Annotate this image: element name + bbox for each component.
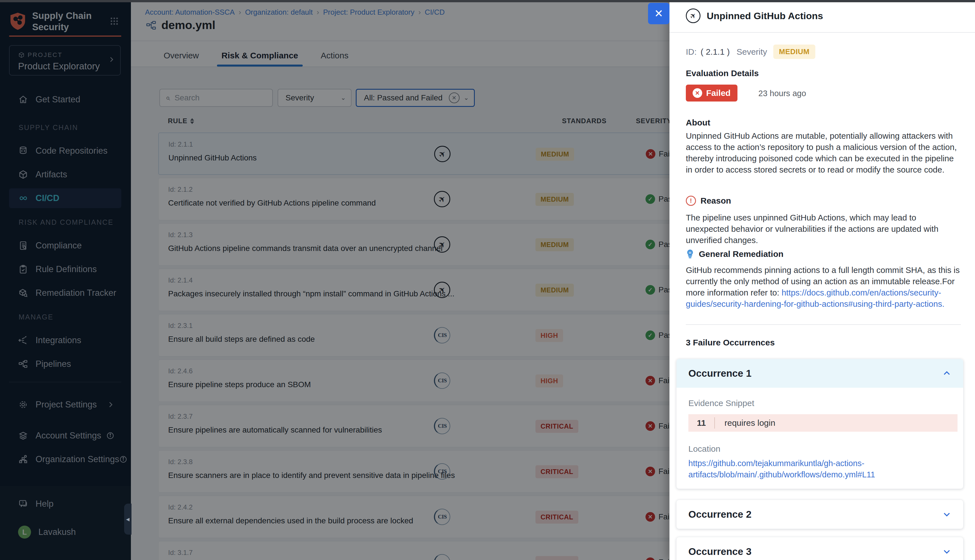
search-input[interactable]: ⌕ Search [159, 89, 273, 107]
severity-badge: HIGH [536, 375, 563, 387]
clipboard-icon [18, 264, 28, 274]
brand: Supply Chain Security [9, 10, 97, 32]
drawer-header: ✈ Unpinned GitHub Actions [686, 8, 823, 23]
sidebar-item-pipelines[interactable]: Pipelines [9, 354, 121, 374]
module-accent-line [9, 35, 121, 37]
breadcrumb: Account: Automation-SSCA › Organization:… [145, 8, 445, 17]
brand-title: Supply Chain Security [32, 10, 97, 32]
chevron-right-icon [107, 401, 115, 408]
sidebar-item-organization-settings[interactable]: Organization Settings [9, 450, 121, 469]
sidebar-item-label: Integrations [35, 335, 81, 345]
sidebar-collapse-handle[interactable]: ◀ [124, 503, 132, 535]
rule-detail-drawer: ✈ Unpinned GitHub Actions ID: ( 2.1.1 ) … [669, 0, 975, 560]
rule-id: Id: 2.4.6 [168, 367, 193, 375]
severity-badge: CRITICAL [536, 420, 578, 433]
occurrence-card-occurrence-3: Occurrence 3 [676, 537, 963, 560]
tab-overview[interactable]: Overview [162, 45, 200, 67]
standards-cell: ✈ [434, 236, 450, 253]
rule-name: GitHub Actions pipeline commands transmi… [168, 244, 442, 253]
sidebar-item-get-started[interactable]: Get Started [9, 90, 121, 109]
severity-badge: MEDIUM [536, 238, 574, 251]
location-label: Location [688, 444, 951, 454]
cis-standard-icon: CIS [434, 372, 450, 389]
occurrence-body: Evidence Snippet11requires loginLocation… [676, 388, 963, 489]
breadcrumb-separator: › [418, 8, 421, 17]
occurrence-title: Occurrence 2 [688, 509, 751, 520]
chat-help-icon: ? [18, 499, 28, 509]
sidebar-item-label: Get Started [35, 95, 80, 105]
chevron-down-icon [942, 510, 951, 519]
failed-icon: ✕ [646, 557, 655, 560]
sidebar-item-compliance[interactable]: Compliance [9, 236, 121, 255]
sidebar-item-project-settings[interactable]: Project Settings [9, 395, 121, 415]
tab-actions[interactable]: Actions [320, 45, 349, 67]
status-filter-dropdown[interactable]: All: Passed and Failed ✕ ⌄ [356, 89, 475, 107]
severity-filter-dropdown[interactable]: Severity ⌄ [277, 89, 352, 107]
evaluation-time: 23 hours ago [758, 89, 806, 98]
sidebar-item-code-repositories[interactable]: Code Repositories [9, 141, 121, 161]
gear-icon [18, 400, 28, 410]
occurrence-toggle[interactable]: Occurrence 2 [676, 500, 963, 529]
severity-badge: CRITICAL [536, 465, 578, 478]
integrations-icon [18, 335, 28, 345]
severity-badge: CRITICAL [536, 556, 578, 560]
sidebar-item-account-settings[interactable]: Account Settings [9, 426, 121, 445]
project-selector[interactable]: PROJECT Product Exploratory [9, 45, 121, 75]
project-name: Product Exploratory [18, 61, 100, 72]
occurrence-card-occurrence-1: Occurrence 1Evidence Snippet11requires l… [676, 359, 963, 489]
failed-icon: ✕ [646, 512, 655, 522]
sidebar-item-artifacts[interactable]: Artifacts [9, 165, 121, 184]
standards-cell: CIS [434, 463, 450, 480]
cube-icon [18, 52, 25, 58]
sidebar-item-label: Account Settings [35, 430, 101, 441]
rule-id: Id: 2.4.2 [168, 503, 193, 511]
remediation-heading: General Remediation [686, 249, 783, 259]
project-label: PROJECT [18, 51, 63, 58]
search-icon: ⌕ [165, 93, 170, 103]
failed-x-icon: ✕ [693, 88, 702, 98]
breadcrumb-cicd[interactable]: CI/CD [425, 8, 445, 17]
drawer-close-button[interactable]: ✕ [648, 3, 669, 24]
clear-filter-icon[interactable]: ✕ [449, 92, 459, 103]
passed-icon: ✓ [646, 194, 655, 204]
app-screen: Supply Chain Security PROJECT Product Ex… [0, 0, 975, 560]
page-title-text: demo.yml [161, 18, 215, 32]
standards-cell: CIS [434, 372, 450, 389]
sidebar-section-label: MANAGE [18, 313, 53, 321]
rule-id: Id: 2.1.2 [168, 185, 193, 193]
page-title: demo.yml [145, 18, 215, 32]
tab-risk-compliance[interactable]: Risk & Compliance [220, 45, 299, 67]
repo-icon [18, 146, 28, 156]
standards-cell: CIS [434, 509, 450, 525]
chevron-down-icon [942, 547, 951, 556]
sidebar-item-help[interactable]: ? Help [9, 494, 121, 514]
user-menu[interactable]: L Lavakush [9, 522, 121, 542]
severity-badge: MEDIUM [536, 193, 574, 206]
sidebar-item-label: Rule Definitions [35, 264, 97, 274]
cis-standard-icon: CIS [434, 509, 450, 525]
evidence-label: Evidence Snippet [688, 398, 951, 408]
sidebar-item-label: Code Repositories [35, 146, 107, 156]
location-link[interactable]: https://github.com/tejakummarikuntla/gh-… [688, 458, 892, 480]
sidebar-item-integrations[interactable]: Integrations [9, 330, 121, 350]
sidebar-item-rule-definitions[interactable]: Rule Definitions [9, 259, 121, 279]
org-icon [18, 454, 28, 464]
breadcrumb-account[interactable]: Account: Automation-SSCA [145, 8, 235, 17]
info-icon [106, 432, 115, 440]
sidebar-item-remediation-tracker[interactable]: Remediation Tracker [9, 283, 121, 303]
reason-text: The pipeline uses unpinned GitHub Action… [686, 212, 961, 246]
sidebar-item-label: Remediation Tracker [35, 288, 116, 298]
column-rule[interactable]: RULE [168, 117, 194, 125]
evaluation-heading: Evaluation Details [686, 68, 759, 78]
rule-name: Ensure pipelines are automatically scann… [168, 425, 382, 435]
occurrence-toggle[interactable]: Occurrence 3 [676, 537, 963, 560]
standards-cell: CIS [434, 554, 450, 560]
dots-grid-icon[interactable] [109, 17, 119, 26]
breadcrumb-project[interactable]: Project: Product Exploratory [323, 8, 414, 17]
occurrence-toggle[interactable]: Occurrence 1 [676, 359, 963, 388]
failed-icon: ✕ [646, 467, 655, 476]
layers-icon [18, 430, 28, 441]
sidebar-item-ci-cd[interactable]: CI/CD [9, 188, 121, 208]
severity-badge: MEDIUM [536, 148, 574, 161]
breadcrumb-organization[interactable]: Organization: default [245, 8, 313, 17]
